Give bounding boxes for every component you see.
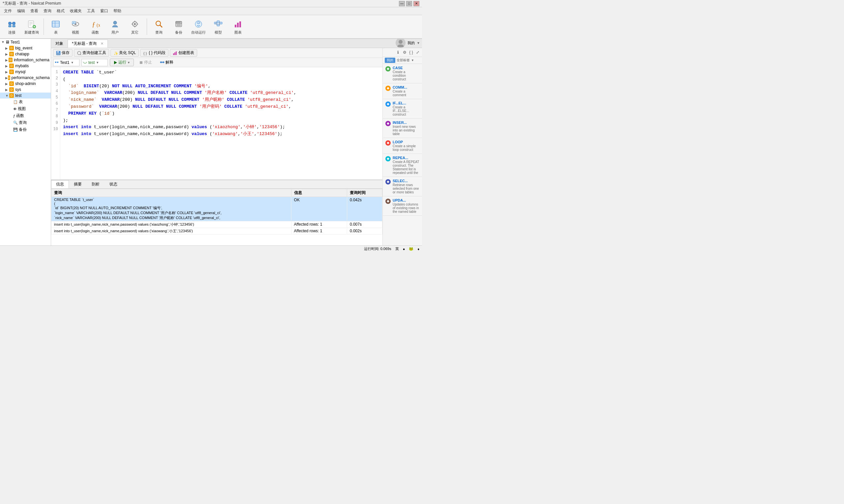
sidebar-item-functions[interactable]: ƒ 函数 [0,112,51,119]
btab-profile[interactable]: 剖析 [87,180,104,188]
content-wrapper: 对象 *无标题 - 查询 ✕ 我的 ▼ [51,39,422,246]
db-label5: mysql [15,70,25,74]
snippet-select[interactable]: SELEC... Retrieve rows selected from one… [383,177,422,196]
sidebar-item-views[interactable]: 👁 视图 [0,105,51,112]
user-button[interactable]: 用户 [106,17,124,37]
sidebar-item-mysql[interactable]: ▶ D mysql [0,69,51,75]
other-button[interactable]: 其它 [126,17,144,37]
expand-icon[interactable]: ⤢ [415,49,421,55]
btab-status[interactable]: 状态 [104,180,122,188]
query-create-tool-button[interactable]: 查询创建工具 [74,49,109,57]
snippet-loop[interactable]: LOOP Create a simple loop construct [383,138,422,154]
explain-button[interactable]: 解释 [157,59,176,66]
row1-query: CREATE TABLE `t_user` ( `id` BIGINT(20) … [51,197,291,221]
view-label: 视图 [72,30,79,35]
braces-icon[interactable]: { } [408,49,414,55]
menu-query[interactable]: 查询 [41,7,54,15]
code-segment-button[interactable]: { } { } 代码段 [140,49,169,57]
db-label2: chatapp [15,52,29,56]
user-dropdown-icon[interactable]: ▼ [417,41,420,45]
sidebar-item-test1[interactable]: ▼ 🖥 Test1 [0,39,51,45]
code-editor[interactable]: 12345 678910 CREATE TABLE `t_user` ( `id… [51,67,382,180]
code-line-1: CREATE TABLE `t_user` [63,69,380,76]
close-button[interactable]: ✕ [413,1,419,6]
minimize-button[interactable]: — [399,1,405,6]
snippet-comment[interactable]: COMM... Create a comment [383,83,422,99]
autorun-button[interactable]: 自动运行 [189,17,208,37]
tab-object[interactable]: 对象 [51,39,68,48]
table-button[interactable]: 表 [47,17,65,37]
label-dropdown-icon[interactable]: ▼ [411,59,414,62]
info-icon[interactable]: ℹ [395,49,401,55]
svg-point-38 [197,22,198,23]
table-row[interactable]: CREATE TABLE `t_user` ( `id` BIGINT(20) … [51,197,382,221]
sidebar-item-perf-schema[interactable]: ▶ D performance_schema [0,75,51,81]
create-chart-button[interactable]: 创建图表 [170,49,197,57]
maximize-button[interactable]: □ [406,1,412,6]
tables-label: 表 [19,99,23,105]
btab-summary[interactable]: 摘要 [69,180,87,188]
view-button[interactable]: 视图 [66,17,85,37]
menu-tools[interactable]: 工具 [84,7,98,15]
sidebar-item-queries[interactable]: 🔍 查询 [0,119,51,126]
label-bar: 我的 全部标签 ▼ [383,57,422,64]
tab-query[interactable]: *无标题 - 查询 ✕ [68,39,108,48]
window-controls[interactable]: — □ ✕ [399,1,419,6]
menu-window[interactable]: 窗口 [98,7,111,15]
database-selector[interactable]: test ▼ [82,59,108,66]
connect-button[interactable]: 连接 [3,17,21,37]
menu-edit[interactable]: 编辑 [15,7,28,15]
row2-time: 0.007s [347,221,382,228]
snippet-repeat[interactable]: REPEA... Create A REPEAT construct. The … [383,154,422,177]
all-labels[interactable]: 全部标签 [397,58,410,62]
btab-info[interactable]: 信息 [51,180,69,188]
run-button[interactable]: 运行 ▼ [110,59,134,66]
snippet-update[interactable]: UPDA... Updates columns of existing rows… [383,196,422,216]
sidebar-item-mybatis[interactable]: ▶ D mybatis [0,63,51,69]
chart-button[interactable]: 图表 [229,17,247,37]
expand-arrow-db4: ▶ [5,64,9,68]
view-icon [70,19,81,29]
expand-arrow-db3: ▶ [5,58,8,62]
sidebar-item-chatapp[interactable]: ▶ D chatapp [0,51,51,57]
menu-format[interactable]: 格式 [54,7,67,15]
svg-rect-49 [235,25,236,28]
tab-close-icon[interactable]: ✕ [101,41,104,46]
sidebar-item-backups[interactable]: 💾 备份 [0,126,51,133]
db-label9: test [15,93,21,98]
settings-icon[interactable]: ⚙ [401,49,408,55]
sidebar-item-info-schema[interactable]: ▶ D information_schema [0,57,51,63]
beautify-sql-button[interactable]: ✨ 美化 SQL [110,49,139,57]
sidebar-item-shop-admin[interactable]: ▶ D shop-admin [0,81,51,87]
model-button[interactable]: 模型 [209,17,227,37]
row1-info: OK [291,197,347,221]
query-button[interactable]: 查询 [150,17,168,37]
new-query-button[interactable]: 新建查询 [22,17,41,37]
sidebar-item-test[interactable]: ▼ D test [0,93,51,98]
user-avatar [396,39,406,48]
menu-help[interactable]: 帮助 [111,7,124,15]
snippet-ifelse[interactable]: IF...EL... Create a IF...ELSE... constru… [383,99,422,119]
menu-view[interactable]: 查看 [28,7,41,15]
save-button[interactable]: 保存 [53,49,72,57]
top-tabs: 对象 *无标题 - 查询 ✕ 我的 ▼ [51,39,422,48]
sidebar-item-sys[interactable]: ▶ D sys [0,87,51,93]
result-table: 查询 信息 查询时间 CREATE TABLE `t_user` ( [51,189,382,246]
connection-selector[interactable]: Test1 ▼ [53,59,80,66]
svg-text:{ }: { } [143,51,147,55]
sql-code[interactable]: CREATE TABLE `t_user` ( `id` BIGINT(20) … [60,67,382,180]
table-row[interactable]: insert into t_user(login_name,nick_name,… [51,228,382,235]
code-line-4: `login_name` VARCHAR(200) NULL DEFAULT N… [63,90,380,96]
function-button[interactable]: ƒ(x) 函数 [86,17,104,37]
sidebar-item-tables[interactable]: 📋 表 [0,98,51,105]
menu-file[interactable]: 文件 [1,7,15,15]
snippet-case[interactable]: CASE Create a condition construct [383,64,422,83]
user-label[interactable]: 我的 [408,40,415,46]
svg-rect-51 [239,21,241,28]
table-row[interactable]: insert into t_user(login_name,nick_name,… [51,221,382,228]
my-label-tag[interactable]: 我的 [385,58,395,63]
backup-button[interactable]: 备份 [170,17,188,37]
menu-favorites[interactable]: 收藏夹 [67,7,84,15]
sidebar-item-big-event[interactable]: ▶ D big_event [0,45,51,51]
snippet-insert[interactable]: INSER... Insert new rows into an existin… [383,119,422,138]
